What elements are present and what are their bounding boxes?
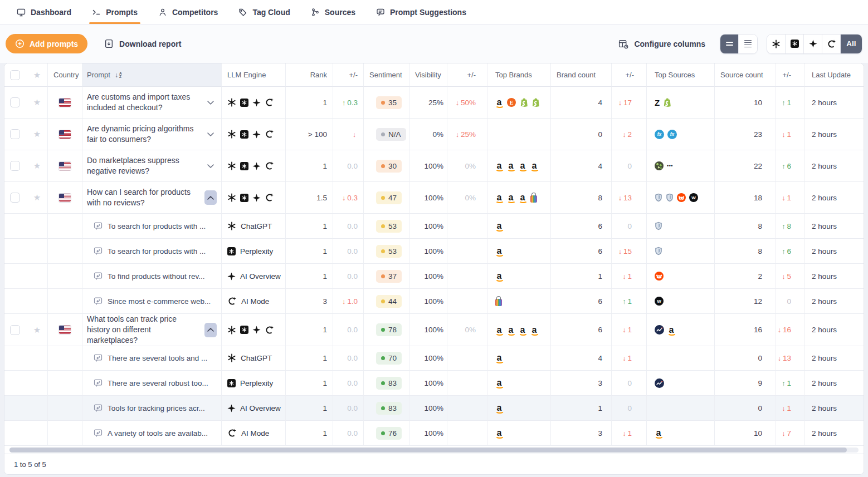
density-compact-button[interactable] xyxy=(720,35,739,53)
add-prompts-button[interactable]: Add prompts xyxy=(6,34,87,53)
favorite-star-icon[interactable]: ★ xyxy=(33,97,41,107)
rank-value: 1 xyxy=(323,354,327,362)
response-text[interactable]: A variety of tools are availab... xyxy=(108,429,208,437)
chatgpt-icon xyxy=(227,353,236,362)
cell-select xyxy=(4,239,27,264)
favorite-star-icon[interactable]: ★ xyxy=(33,325,41,335)
rank-value: 1 xyxy=(323,222,327,230)
expand-row-button[interactable] xyxy=(204,159,217,173)
row-checkbox[interactable] xyxy=(10,325,20,335)
favorite-star-icon[interactable]: ★ xyxy=(33,70,41,80)
cell-visibility: 0% xyxy=(409,119,447,150)
header-prompt[interactable]: Prompt↓AZ xyxy=(82,63,222,87)
favorite-star-icon[interactable]: ★ xyxy=(33,193,41,203)
engine-filter-all[interactable]: All xyxy=(841,35,862,53)
shield-icon xyxy=(655,222,662,230)
tab-tag-cloud[interactable]: Tag Cloud xyxy=(238,0,290,24)
cell-source-count: 23 xyxy=(715,119,776,150)
brand-count-value: 1 xyxy=(598,404,602,412)
cell-source-count: 12 xyxy=(715,289,776,314)
table-body: ★Are customs and import taxes included a… xyxy=(4,87,864,446)
density-comfortable-button[interactable] xyxy=(739,35,757,53)
sentiment-dot-icon xyxy=(381,431,385,435)
engine-filter-chatgpt[interactable] xyxy=(767,35,786,53)
download-report-button[interactable]: Download report xyxy=(104,39,181,48)
tab-prompt-suggestions[interactable]: Prompt Suggestions xyxy=(376,0,466,24)
cell-prompt: Are customs and import taxes included at… xyxy=(82,87,222,119)
cell-rank-change: 0.0 xyxy=(333,214,364,239)
favorite-star-icon[interactable]: ★ xyxy=(33,161,41,171)
cell-visibility-change xyxy=(447,239,487,264)
cell-visibility: 100% xyxy=(409,214,447,239)
person-icon xyxy=(158,8,167,17)
expand-row-button[interactable] xyxy=(204,95,217,110)
cell-top-brands: aaa xyxy=(487,182,551,214)
cell-source-count-change: ↑8 xyxy=(776,214,805,239)
change-value: ↓1 xyxy=(622,354,632,362)
rank-value: 1 xyxy=(323,162,327,170)
visibility-value: 100% xyxy=(424,272,443,281)
collapse-row-button[interactable] xyxy=(204,190,217,205)
tab-dashboard[interactable]: Dashboard xyxy=(17,0,71,24)
header-label: Country xyxy=(53,71,79,79)
rank-value: 1 xyxy=(323,379,327,387)
engine-filter-aioverview[interactable] xyxy=(804,35,822,53)
row-checkbox[interactable] xyxy=(10,161,20,171)
header-label: LLM Engine xyxy=(227,71,266,79)
aioverview-icon xyxy=(227,272,236,281)
cell-brand-count-change: ↓13 xyxy=(612,182,647,214)
cell-favorite xyxy=(27,264,48,289)
cell-engine xyxy=(222,314,286,346)
prompt-text[interactable]: What tools can track price history on di… xyxy=(87,314,199,346)
tab-competitors[interactable]: Competitors xyxy=(158,0,218,24)
prompt-text[interactable]: Do marketplaces suppress negative review… xyxy=(87,155,199,176)
select-all-checkbox[interactable] xyxy=(10,70,20,80)
prompt-text[interactable]: How can I search for products with no re… xyxy=(87,187,199,208)
horizontal-scrollbar[interactable] xyxy=(4,446,864,454)
table-subrow: There are several robust too...Perplexit… xyxy=(4,371,864,396)
llm-engine-icons xyxy=(227,193,274,202)
response-text[interactable]: To find products without rev... xyxy=(108,272,205,281)
response-text[interactable]: Tools for tracking prices acr... xyxy=(108,404,205,412)
tab-prompts[interactable]: Prompts xyxy=(92,0,138,24)
response-text[interactable]: To search for products with ... xyxy=(108,222,206,230)
expand-row-button[interactable] xyxy=(204,127,217,141)
row-checkbox[interactable] xyxy=(10,129,20,139)
source-count-value: 18 xyxy=(754,194,762,202)
prompt-text[interactable]: Are dynamic pricing algorithms fair to c… xyxy=(87,124,199,145)
change-value: ↓7 xyxy=(782,429,791,437)
cell-engine: Perplexity xyxy=(222,371,286,396)
row-checkbox[interactable] xyxy=(10,193,20,203)
collapse-row-button[interactable] xyxy=(204,323,217,337)
tab-sources[interactable]: Sources xyxy=(311,0,355,24)
change-value: 0.0 xyxy=(347,354,358,362)
cell-last-update: 2 hours xyxy=(805,396,864,421)
cell-sentiment: 47 xyxy=(364,182,409,214)
engine-filter-aimode[interactable] xyxy=(822,35,841,53)
arrow-down-icon: ↓ xyxy=(782,273,785,281)
arrow-up-icon: ↑ xyxy=(782,99,785,107)
cell-country xyxy=(48,182,82,214)
cell-select xyxy=(4,289,27,314)
response-text[interactable]: Since most e-commerce web... xyxy=(108,297,211,306)
engine-filter-perplexity[interactable] xyxy=(786,35,804,53)
change-value: ↓0.3 xyxy=(342,194,358,202)
prompt-text[interactable]: Are customs and import taxes included at… xyxy=(87,92,199,113)
scrollbar-thumb[interactable] xyxy=(9,448,847,453)
response-text[interactable]: There are several robust too... xyxy=(108,379,208,387)
cell-prompt: To search for products with ... xyxy=(82,239,222,264)
scrollbar-track[interactable] xyxy=(9,448,859,453)
sort-az-icon[interactable]: ↓AZ xyxy=(115,71,122,79)
cell-sentiment: 76 xyxy=(364,421,409,446)
cell-visibility: 100% xyxy=(409,182,447,214)
row-checkbox[interactable] xyxy=(10,97,20,107)
cell-rank-change: ↑0.3 xyxy=(333,87,364,119)
change-value: ↓16 xyxy=(778,326,791,334)
cell-rank: 1.5 xyxy=(286,182,333,214)
response-text[interactable]: To search for products with ... xyxy=(108,247,206,255)
configure-columns-button[interactable]: Configure columns xyxy=(618,39,705,49)
header-label: Source count xyxy=(720,71,763,79)
favorite-star-icon[interactable]: ★ xyxy=(33,129,41,139)
change-value: ↓2 xyxy=(622,130,632,139)
response-text[interactable]: There are several tools and ... xyxy=(108,354,207,362)
